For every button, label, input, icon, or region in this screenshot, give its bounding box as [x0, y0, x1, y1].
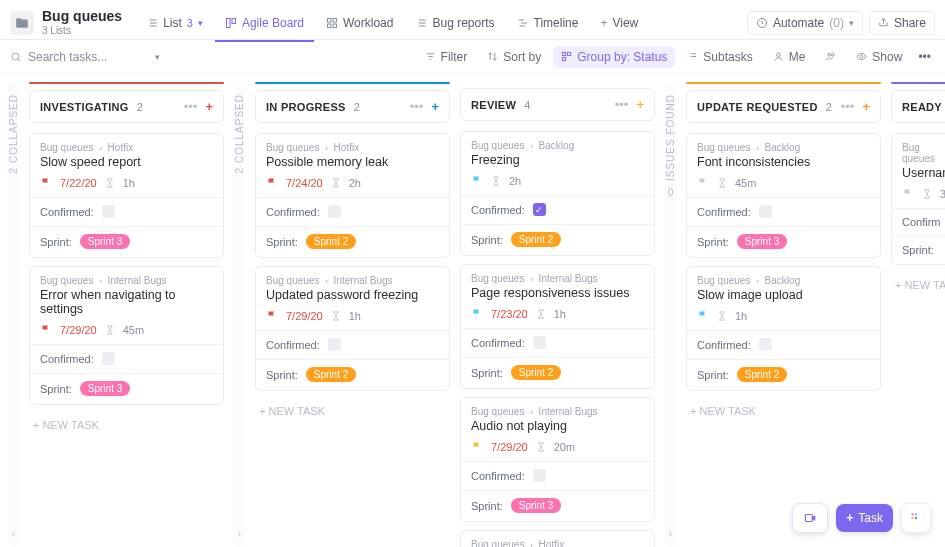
expand-icon[interactable]: › [669, 528, 672, 539]
priority-flag[interactable] [266, 310, 278, 322]
tab-timeline[interactable]: Timeline [507, 10, 589, 36]
column-add-button[interactable]: + [636, 97, 644, 112]
column-more-icon[interactable]: ••• [841, 99, 855, 114]
priority-flag[interactable] [40, 177, 52, 189]
subtasks-button[interactable]: Subtasks [679, 46, 760, 68]
sprint-pill[interactable]: Sprint 2 [511, 232, 561, 247]
due-date[interactable]: 7/29/20 [60, 324, 97, 336]
collapsed-lane[interactable]: ISSUES FOUND0› [665, 82, 676, 547]
expand-icon[interactable]: › [12, 528, 15, 539]
share-button[interactable]: Share [869, 11, 935, 35]
tab-agile-board[interactable]: Agile Board [215, 10, 314, 36]
confirmed-checkbox[interactable] [102, 352, 115, 365]
task-card[interactable]: Bug queues › HotfixSlow speed report7/22… [29, 133, 224, 258]
collapsed-lane[interactable]: 2 COLLAPSED› [234, 82, 245, 547]
flag-icon [471, 441, 483, 453]
new-task-button[interactable]: + NEW TASK [29, 413, 224, 437]
column-title: REVIEW [471, 99, 516, 111]
sprint-pill[interactable]: Sprint 2 [737, 367, 787, 382]
fab-record[interactable] [792, 503, 828, 533]
confirmed-checkbox[interactable] [533, 469, 546, 482]
tab-list-count: 3 [187, 17, 193, 29]
confirmed-checkbox[interactable] [759, 338, 772, 351]
task-card[interactable]: Bug queues › Internal BugsPage responsiv… [460, 264, 655, 389]
assignees-button[interactable] [817, 47, 844, 66]
priority-flag[interactable] [697, 177, 709, 189]
sprint-pill[interactable]: Sprint 2 [306, 234, 356, 249]
tab-bug-reports[interactable]: Bug reports [405, 10, 504, 36]
group-by-button[interactable]: Group by: Status [553, 46, 675, 68]
column-title: UPDATE REQUESTED [697, 101, 818, 113]
confirmed-checkbox[interactable] [759, 205, 772, 218]
breadcrumb: Bug queues › Backlog [697, 275, 870, 286]
due-date[interactable]: 7/23/20 [491, 308, 528, 320]
search-icon [10, 51, 22, 63]
time-estimate: 1h [735, 310, 747, 322]
task-card[interactable]: Bug queues › HotfixPossible memory leak7… [255, 133, 450, 258]
chevron-down-icon[interactable]: ▾ [155, 52, 160, 62]
confirmed-row: Confirmed: [461, 461, 654, 482]
priority-flag[interactable] [471, 308, 483, 320]
flag-icon [697, 310, 709, 322]
sprint-pill[interactable]: Sprint 3 [80, 381, 130, 396]
task-card[interactable]: Bug queues › BacklogFreezing2hConfirmed:… [460, 131, 655, 256]
task-card[interactable]: Bug queues › BacklogSlow image upload1hC… [686, 266, 881, 391]
task-card[interactable]: Bug queues › Internal BugsAudio not play… [460, 397, 655, 522]
column-add-button[interactable]: + [862, 99, 870, 114]
folder-icon[interactable] [10, 11, 34, 35]
sprint-pill[interactable]: Sprint 3 [511, 498, 561, 513]
confirmed-row: Confirmed: [461, 328, 654, 349]
sprint-pill[interactable]: Sprint 3 [737, 234, 787, 249]
column-add-button[interactable]: + [431, 99, 439, 114]
due-date[interactable]: 7/29/20 [286, 310, 323, 322]
column-more-icon[interactable]: ••• [410, 99, 424, 114]
expand-icon[interactable]: › [238, 528, 241, 539]
tab-list[interactable]: List 3 ▾ [136, 10, 213, 36]
show-button[interactable]: Show [848, 46, 910, 68]
priority-flag[interactable] [266, 177, 278, 189]
more-button[interactable]: ••• [914, 46, 935, 68]
sprint-row: Sprint:Sprint 3 [461, 490, 654, 513]
new-task-button[interactable]: + NEW TAS [891, 273, 945, 297]
task-card[interactable]: Bug queues › Internal BugsUpdated passwo… [255, 266, 450, 391]
search-input[interactable]: Search tasks... ▾ [10, 50, 160, 64]
column-more-icon[interactable]: ••• [615, 97, 629, 112]
confirmed-checkbox[interactable] [102, 205, 115, 218]
due-date[interactable]: 7/29/20 [491, 441, 528, 453]
priority-flag[interactable] [697, 310, 709, 322]
column-more-icon[interactable]: ••• [184, 99, 198, 114]
collapsed-lane[interactable]: 2 COLLAPSED› [8, 82, 19, 547]
priority-flag[interactable] [902, 188, 914, 200]
sprint-pill[interactable]: Sprint 2 [511, 365, 561, 380]
priority-flag[interactable] [471, 441, 483, 453]
tab-workload[interactable]: Workload [316, 10, 403, 36]
filter-button[interactable]: Filter [417, 46, 476, 68]
add-view-button[interactable]: + View [590, 10, 648, 36]
sprint-row: Sprint:Sprint 2 [461, 357, 654, 380]
new-task-button[interactable]: + NEW TASK [255, 399, 450, 423]
priority-flag[interactable] [471, 175, 483, 187]
sprint-pill[interactable]: Sprint 2 [306, 367, 356, 382]
confirmed-checkbox[interactable] [328, 338, 341, 351]
flag-icon [266, 310, 278, 322]
new-task-button[interactable]: + NEW TASK [686, 399, 881, 423]
confirmed-checkbox[interactable] [328, 205, 341, 218]
column-add-button[interactable]: + [205, 99, 213, 114]
me-button[interactable]: Me [765, 46, 814, 68]
sprint-pill[interactable]: Sprint 3 [80, 234, 130, 249]
automate-button[interactable]: Automate (0) ▾ [747, 11, 863, 35]
confirmed-checkbox[interactable] [533, 336, 546, 349]
task-card[interactable]: Bug queues › HotfixCannot log in7/24/204… [460, 530, 655, 547]
priority-flag[interactable] [40, 324, 52, 336]
due-date[interactable]: 7/22/20 [60, 177, 97, 189]
time-estimate: 2h [349, 177, 361, 189]
sort-button[interactable]: Sort by [479, 46, 549, 68]
fab-new-task[interactable]: +Task [836, 504, 893, 532]
task-card[interactable]: Bug queuesUsernam30ConfirmSprint: [891, 133, 945, 265]
task-card[interactable]: Bug queues › BacklogFont inconsistencies… [686, 133, 881, 258]
task-card[interactable]: Bug queues › Internal BugsError when nav… [29, 266, 224, 405]
confirmed-checkbox[interactable]: ✓ [533, 203, 546, 216]
fab-apps[interactable] [901, 503, 931, 533]
column-header: UPDATE REQUESTED 2 •••+ [686, 90, 881, 123]
due-date[interactable]: 7/24/20 [286, 177, 323, 189]
